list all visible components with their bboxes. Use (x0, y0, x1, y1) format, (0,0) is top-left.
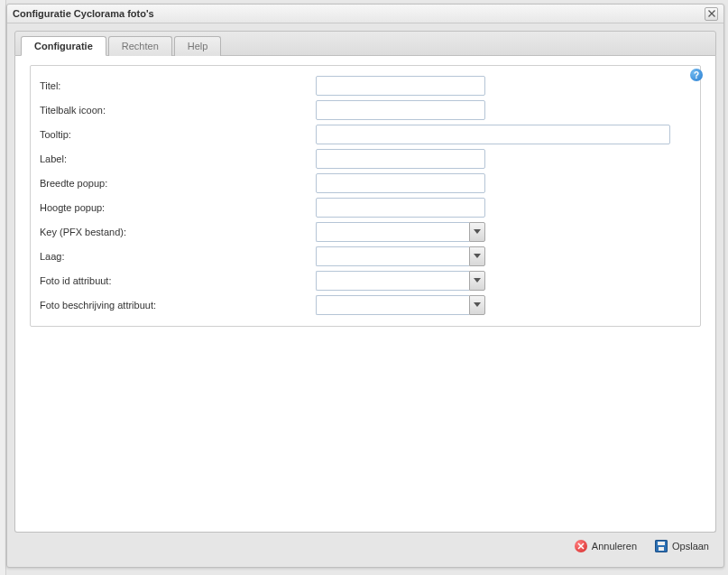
tab-rechten[interactable]: Rechten (108, 36, 172, 56)
text-input[interactable] (316, 198, 485, 218)
combo-input[interactable] (316, 222, 469, 242)
window-title: Configuratie Cyclorama foto's (13, 8, 154, 19)
field-label: Titel: (40, 80, 312, 91)
field-label: Key (PFX bestand): (40, 227, 312, 237)
config-fieldset: Titel:Titelbalk icoon:Tooltip:Label:Bree… (30, 65, 701, 327)
form-row: Laag: (40, 244, 691, 268)
close-icon (708, 10, 715, 17)
form-row: Hoogte popup: (40, 195, 691, 219)
help-icon[interactable]: ? (690, 69, 703, 81)
combo-input[interactable] (316, 271, 469, 291)
field-control (316, 271, 485, 291)
combo-trigger[interactable] (469, 295, 485, 315)
chevron-down-icon (474, 229, 481, 235)
save-button[interactable]: Opslaan (655, 540, 709, 552)
text-input[interactable] (316, 149, 485, 169)
form-row: Foto id attribuut: (40, 268, 691, 292)
window-close-button[interactable] (705, 7, 718, 21)
field-label: Tooltip: (40, 129, 312, 140)
form-row: Tooltip: (40, 122, 691, 146)
field-control (316, 295, 485, 315)
window-titlebar: Configuratie Cyclorama foto's (7, 5, 723, 23)
field-control (316, 76, 485, 96)
form-row: Key (PFX bestand): (40, 219, 691, 244)
field-control (316, 149, 485, 169)
text-input[interactable] (316, 76, 485, 96)
save-label: Opslaan (672, 541, 709, 552)
text-input[interactable] (316, 173, 485, 193)
chevron-down-icon (474, 302, 481, 308)
tab-configuratie[interactable]: Configuratie (21, 36, 106, 56)
field-label: Laag: (40, 251, 312, 262)
cancel-label: Annuleren (592, 541, 637, 552)
field-label: Breedte popup: (40, 178, 312, 189)
text-input[interactable] (316, 125, 670, 144)
field-label: Titelbalk icoon: (40, 105, 312, 116)
tab-label: Configuratie (34, 41, 93, 51)
field-control (316, 173, 485, 193)
field-control (316, 246, 485, 266)
field-control (316, 100, 485, 120)
tab-bar: ConfiguratieRechtenHelp (14, 31, 716, 56)
combo-trigger[interactable] (469, 222, 485, 242)
form-row: Breedte popup: (40, 171, 691, 195)
combo-input[interactable] (316, 295, 469, 315)
tab-label: Rechten (122, 41, 159, 51)
field-label: Foto id attribuut: (40, 275, 312, 286)
field-control (316, 222, 485, 242)
save-icon (655, 540, 668, 552)
combo-box[interactable] (316, 246, 485, 266)
tab-label: Help (188, 41, 208, 51)
form-row: Titel: (40, 73, 691, 97)
dialog-footer: Annuleren Opslaan (14, 533, 716, 560)
app-left-strip (0, 0, 6, 575)
text-input[interactable] (316, 100, 485, 120)
combo-box[interactable] (316, 271, 485, 291)
window-body: ConfiguratieRechtenHelp Titel:Titelbalk … (7, 23, 723, 567)
form-row: Foto beschrijving attribuut: (40, 292, 691, 317)
form-row: Label: (40, 146, 691, 171)
config-window: Configuratie Cyclorama foto's Configurat… (6, 4, 724, 568)
cancel-icon (575, 540, 587, 552)
field-label: Hoogte popup: (40, 202, 312, 213)
combo-input[interactable] (316, 246, 469, 266)
chevron-down-icon (474, 254, 481, 259)
tab-help[interactable]: Help (174, 36, 222, 56)
combo-box[interactable] (316, 295, 485, 315)
combo-trigger[interactable] (469, 246, 485, 266)
field-control (316, 198, 485, 218)
combo-box[interactable] (316, 222, 485, 242)
chevron-down-icon (474, 278, 481, 283)
tab-content-configuratie: Titel:Titelbalk icoon:Tooltip:Label:Bree… (14, 56, 716, 533)
field-label: Label: (40, 153, 312, 164)
form-row: Titelbalk icoon: (40, 97, 691, 122)
cancel-button[interactable]: Annuleren (575, 540, 637, 552)
field-control (316, 125, 670, 144)
combo-trigger[interactable] (469, 271, 485, 291)
field-label: Foto beschrijving attribuut: (40, 300, 312, 311)
